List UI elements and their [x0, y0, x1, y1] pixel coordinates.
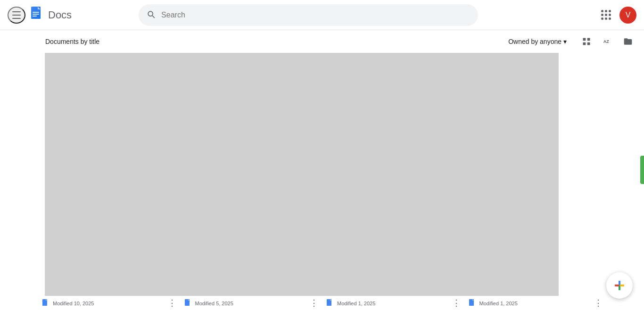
- list-item[interactable]: Modified 5, 2025 ⋮: [180, 297, 322, 309]
- svg-text:AZ: AZ: [603, 39, 610, 44]
- sort-button[interactable]: AZ: [599, 33, 616, 50]
- svg-rect-3: [33, 12, 39, 13]
- svg-rect-21: [619, 281, 620, 285]
- svg-rect-5: [33, 16, 37, 17]
- svg-rect-7: [587, 38, 590, 41]
- sort-az-icon: AZ: [603, 37, 612, 46]
- scrollbar-indicator[interactable]: [640, 156, 644, 184]
- doc-item-info: Modified 10, 2025: [53, 299, 165, 307]
- doc-item-more-button[interactable]: ⋮: [168, 299, 176, 307]
- hamburger-menu-button[interactable]: [8, 7, 25, 24]
- owner-filter-label: Owned by anyone: [508, 38, 561, 45]
- doc-item-more-button[interactable]: ⋮: [452, 299, 461, 307]
- search-input[interactable]: [139, 4, 478, 26]
- view-toggle-group: AZ: [578, 33, 636, 50]
- doc-icon: [468, 299, 477, 307]
- app-header: Docs V: [0, 0, 644, 30]
- grid-dots-icon: [601, 10, 611, 20]
- svg-rect-24: [620, 285, 624, 286]
- list-item[interactable]: Modified 1, 2025 ⋮: [322, 297, 464, 309]
- header-right-actions: V: [597, 6, 636, 25]
- doc-icon: [41, 299, 50, 307]
- owner-dropdown-arrow-icon: ▾: [563, 38, 567, 45]
- document-preview-area: [45, 53, 559, 298]
- doc-icon: [326, 299, 334, 307]
- apps-grid-button[interactable]: [597, 6, 616, 25]
- owner-filter-button[interactable]: Owned by anyone ▾: [504, 36, 570, 47]
- grid-view-button[interactable]: [578, 33, 595, 50]
- app-name-label: Docs: [48, 9, 72, 21]
- doc-item-info: Modified 1, 2025: [479, 299, 592, 307]
- doc-item-info: Modified 5, 2025: [195, 299, 307, 307]
- search-bar-container: [139, 4, 478, 26]
- toolbar-row: Documents by title Owned by anyone ▾ AZ: [0, 30, 644, 53]
- folder-icon: [623, 37, 633, 46]
- svg-rect-6: [583, 38, 586, 41]
- user-avatar[interactable]: V: [619, 7, 636, 24]
- doc-modified-date: Modified 1, 2025: [337, 301, 375, 306]
- doc-item-info: Modified 1, 2025: [337, 299, 449, 307]
- doc-modified-date: Modified 10, 2025: [53, 301, 94, 306]
- main-content-area: Modified 10, 2025 ⋮ Modified 5, 2025 ⋮ M…: [0, 53, 644, 310]
- list-item[interactable]: Modified 10, 2025 ⋮: [38, 297, 180, 309]
- sort-label: Documents by title: [45, 38, 99, 45]
- colorful-plus-icon: [613, 279, 626, 292]
- svg-rect-22: [619, 286, 620, 290]
- grid-view-icon: [582, 37, 591, 46]
- svg-rect-9: [587, 42, 590, 45]
- doc-modified-date: Modified 1, 2025: [479, 301, 518, 306]
- app-logo-link[interactable]: Docs: [27, 6, 72, 25]
- svg-rect-4: [33, 14, 39, 15]
- list-item[interactable]: Modified 1, 2025 ⋮: [464, 297, 607, 309]
- doc-modified-date: Modified 5, 2025: [195, 301, 233, 306]
- folder-view-button[interactable]: [619, 33, 636, 50]
- doc-icon: [184, 299, 192, 307]
- new-document-fab-button[interactable]: [606, 272, 633, 299]
- doc-item-more-button[interactable]: ⋮: [310, 299, 318, 307]
- svg-rect-8: [583, 42, 586, 45]
- docs-logo-icon: [27, 6, 46, 25]
- doc-item-more-button[interactable]: ⋮: [594, 299, 603, 307]
- bottom-doc-strip: Modified 10, 2025 ⋮ Modified 5, 2025 ⋮ M…: [0, 296, 644, 310]
- svg-rect-23: [615, 285, 619, 286]
- toolbar-right: Owned by anyone ▾ AZ: [504, 33, 636, 50]
